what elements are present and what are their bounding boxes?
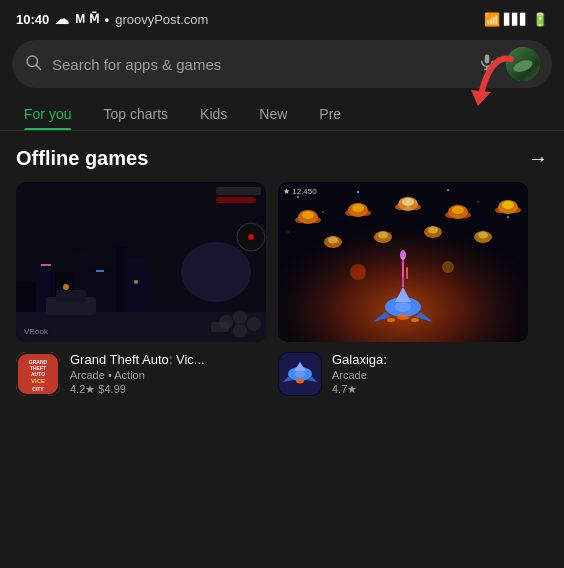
gta-name: Grand Theft Auto: Vic...: [70, 352, 230, 367]
svg-point-71: [328, 237, 338, 244]
svg-point-68: [495, 207, 505, 213]
svg-rect-23: [216, 187, 261, 195]
nav-tabs: For you Top charts Kids New Pre: [0, 96, 564, 131]
mic-icon[interactable]: [478, 53, 496, 76]
status-left: 10:40 ☁ M M̄ • groovyPost.com: [16, 11, 208, 27]
gta-info: GRAND THEFT AUTO VICE CITY Grand Theft A…: [16, 342, 266, 396]
svg-point-53: [311, 217, 321, 223]
svg-point-85: [397, 314, 409, 320]
tab-for-you[interactable]: For you: [8, 96, 87, 130]
svg-text:AUTO: AUTO: [31, 371, 45, 377]
galaxiga-thumbnail: ★ 12,450: [278, 182, 528, 342]
svg-rect-17: [41, 264, 51, 266]
gta-meta: Grand Theft Auto: Vic... Arcade • Action…: [70, 352, 266, 396]
status-right: 📶 ▋▋▋ 🔋: [484, 12, 548, 27]
svg-point-56: [345, 210, 355, 216]
galaxiga-icon: [278, 352, 322, 396]
svg-text:CITY: CITY: [32, 386, 44, 392]
svg-point-75: [428, 227, 438, 234]
svg-point-87: [411, 318, 419, 322]
games-list: VRook GRAND: [0, 182, 564, 396]
mail-icon: M M̄: [75, 12, 98, 26]
dot-icon: •: [105, 12, 110, 27]
search-icon: [24, 53, 42, 76]
svg-point-65: [461, 212, 471, 218]
svg-point-15: [63, 284, 69, 290]
galaxiga-info: Galaxiga: Arcade 4.7★: [278, 342, 528, 396]
svg-point-60: [395, 204, 405, 210]
svg-point-55: [352, 204, 364, 212]
svg-text:VRook: VRook: [24, 327, 49, 336]
game-card-galaxiga[interactable]: ★ 12,450 Galaxi: [278, 182, 528, 396]
svg-point-52: [295, 217, 305, 223]
svg-rect-24: [216, 197, 256, 203]
gta-thumbnail: VRook: [16, 182, 266, 342]
svg-point-97: [295, 371, 305, 378]
wifi-icon: 📶: [484, 12, 500, 27]
tab-new[interactable]: New: [243, 96, 303, 130]
svg-point-26: [248, 234, 254, 240]
svg-point-90: [350, 264, 366, 280]
battery-icon: 🔋: [532, 12, 548, 27]
galaxiga-rating: 4.7★: [332, 383, 528, 396]
svg-point-59: [402, 198, 414, 206]
svg-point-29: [233, 324, 247, 338]
svg-point-30: [247, 317, 261, 331]
svg-point-69: [511, 207, 521, 213]
svg-line-1: [36, 65, 40, 69]
svg-point-91: [442, 261, 454, 273]
tab-top-charts[interactable]: Top charts: [87, 96, 184, 130]
section-title: Offline games: [16, 147, 148, 170]
svg-point-57: [361, 210, 371, 216]
status-bar: 10:40 ☁ M M̄ • groovyPost.com 📶 ▋▋▋ 🔋: [0, 0, 564, 36]
section-header: Offline games →: [0, 131, 564, 182]
svg-point-89: [400, 250, 406, 260]
svg-point-28: [233, 310, 247, 324]
search-placeholder: Search for apps & games: [52, 56, 468, 73]
gta-genre: Arcade • Action: [70, 369, 266, 381]
svg-rect-18: [96, 270, 104, 272]
section-more-arrow[interactable]: →: [528, 147, 548, 170]
search-bar[interactable]: Search for apps & games: [12, 40, 552, 88]
svg-point-100: [296, 379, 304, 384]
galaxiga-meta: Galaxiga: Arcade 4.7★: [332, 352, 528, 396]
svg-rect-79: [406, 267, 408, 279]
tab-pre[interactable]: Pre: [303, 96, 357, 130]
svg-point-16: [134, 280, 138, 284]
svg-point-67: [502, 201, 514, 209]
gta-rating: 4.2★ $4.99: [70, 383, 266, 396]
svg-point-63: [452, 206, 464, 214]
galaxiga-name: Galaxiga:: [332, 352, 492, 367]
svg-point-77: [478, 232, 488, 239]
svg-point-73: [378, 232, 388, 239]
svg-point-7: [181, 242, 251, 302]
svg-rect-2: [485, 54, 490, 63]
svg-rect-31: [211, 322, 229, 332]
svg-text:VICE: VICE: [31, 378, 45, 384]
galaxiga-genre: Arcade: [332, 369, 528, 381]
svg-point-51: [302, 211, 314, 219]
svg-point-86: [387, 318, 395, 322]
clock: 10:40: [16, 12, 49, 27]
svg-point-61: [411, 204, 421, 210]
svg-text:★ 12,450: ★ 12,450: [283, 187, 317, 196]
svg-point-82: [395, 302, 411, 312]
cloud-icon: ☁: [55, 11, 69, 27]
signal-icon: ▋▋▋: [504, 13, 528, 26]
user-avatar[interactable]: [506, 47, 540, 81]
svg-point-64: [445, 212, 455, 218]
tab-kids[interactable]: Kids: [184, 96, 243, 130]
domain-text: groovyPost.com: [115, 12, 208, 27]
gta-icon: GRAND THEFT AUTO VICE CITY: [16, 352, 60, 396]
game-card-gta[interactable]: VRook GRAND: [16, 182, 266, 396]
svg-rect-21: [56, 290, 86, 302]
